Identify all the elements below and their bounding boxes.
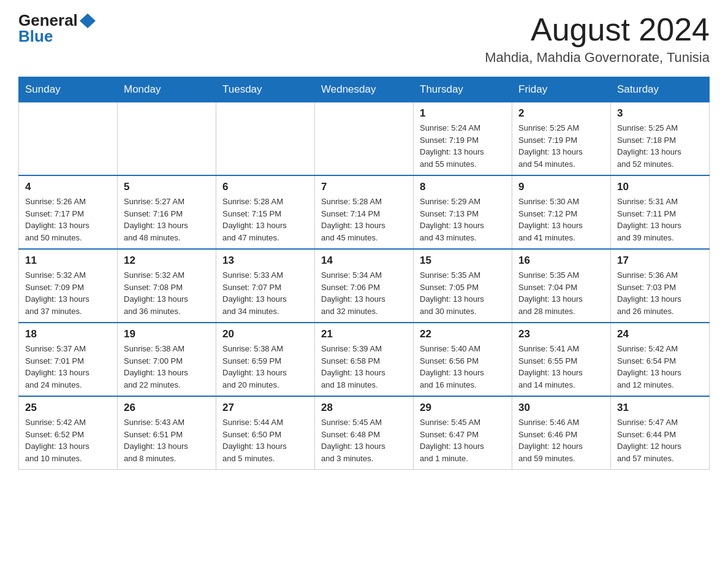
calendar-cell bbox=[19, 102, 118, 176]
day-number: 5 bbox=[124, 181, 210, 193]
day-info: Sunrise: 5:28 AMSunset: 7:15 PMDaylight:… bbox=[222, 196, 308, 243]
calendar-cell: 25Sunrise: 5:42 AMSunset: 6:52 PMDayligh… bbox=[19, 396, 118, 470]
day-info: Sunrise: 5:47 AMSunset: 6:44 PMDaylight:… bbox=[617, 416, 703, 464]
calendar-cell: 11Sunrise: 5:32 AMSunset: 7:09 PMDayligh… bbox=[19, 249, 118, 323]
day-info: Sunrise: 5:34 AMSunset: 7:06 PMDaylight:… bbox=[321, 269, 407, 317]
day-info: Sunrise: 5:25 AMSunset: 7:19 PMDaylight:… bbox=[518, 122, 604, 170]
day-info: Sunrise: 5:32 AMSunset: 7:09 PMDaylight:… bbox=[25, 269, 111, 317]
calendar-cell: 16Sunrise: 5:35 AMSunset: 7:04 PMDayligh… bbox=[512, 249, 611, 323]
location-title: Mahdia, Mahdia Governorate, Tunisia bbox=[485, 50, 710, 66]
day-info: Sunrise: 5:41 AMSunset: 6:55 PMDaylight:… bbox=[518, 343, 604, 391]
day-header-sunday: Sunday bbox=[19, 77, 118, 102]
day-number: 25 bbox=[25, 402, 111, 414]
logo-blue-text: Blue bbox=[18, 27, 53, 45]
day-number: 6 bbox=[222, 181, 308, 193]
day-header-friday: Friday bbox=[512, 77, 611, 102]
day-header-thursday: Thursday bbox=[414, 77, 512, 102]
calendar-cell: 19Sunrise: 5:38 AMSunset: 7:00 PMDayligh… bbox=[118, 323, 216, 396]
day-number: 2 bbox=[518, 107, 604, 120]
day-number: 8 bbox=[420, 181, 506, 193]
calendar-cell: 10Sunrise: 5:31 AMSunset: 7:11 PMDayligh… bbox=[611, 175, 710, 249]
calendar-header-row: SundayMondayTuesdayWednesdayThursdayFrid… bbox=[19, 77, 710, 102]
day-info: Sunrise: 5:45 AMSunset: 6:47 PMDaylight:… bbox=[420, 416, 506, 464]
day-info: Sunrise: 5:26 AMSunset: 7:17 PMDaylight:… bbox=[25, 196, 111, 243]
day-number: 4 bbox=[25, 181, 111, 193]
calendar-cell: 22Sunrise: 5:40 AMSunset: 6:56 PMDayligh… bbox=[414, 323, 512, 396]
day-info: Sunrise: 5:38 AMSunset: 6:59 PMDaylight:… bbox=[222, 343, 308, 391]
calendar-cell: 30Sunrise: 5:46 AMSunset: 6:46 PMDayligh… bbox=[512, 396, 611, 470]
day-info: Sunrise: 5:32 AMSunset: 7:08 PMDaylight:… bbox=[124, 269, 210, 317]
calendar-cell: 26Sunrise: 5:43 AMSunset: 6:51 PMDayligh… bbox=[118, 396, 216, 470]
calendar-cell: 12Sunrise: 5:32 AMSunset: 7:08 PMDayligh… bbox=[118, 249, 216, 323]
day-number: 7 bbox=[321, 181, 407, 193]
calendar-cell: 4Sunrise: 5:26 AMSunset: 7:17 PMDaylight… bbox=[19, 175, 118, 249]
day-info: Sunrise: 5:44 AMSunset: 6:50 PMDaylight:… bbox=[222, 416, 308, 464]
calendar-cell: 27Sunrise: 5:44 AMSunset: 6:50 PMDayligh… bbox=[216, 396, 315, 470]
day-info: Sunrise: 5:35 AMSunset: 7:05 PMDaylight:… bbox=[420, 269, 506, 317]
day-info: Sunrise: 5:27 AMSunset: 7:16 PMDaylight:… bbox=[124, 196, 210, 243]
day-number: 17 bbox=[617, 255, 703, 267]
day-info: Sunrise: 5:37 AMSunset: 7:01 PMDaylight:… bbox=[25, 343, 111, 391]
day-number: 3 bbox=[617, 107, 703, 120]
calendar-cell: 23Sunrise: 5:41 AMSunset: 6:55 PMDayligh… bbox=[512, 323, 611, 396]
day-info: Sunrise: 5:42 AMSunset: 6:52 PMDaylight:… bbox=[25, 416, 111, 464]
day-number: 9 bbox=[518, 181, 604, 193]
day-info: Sunrise: 5:45 AMSunset: 6:48 PMDaylight:… bbox=[321, 416, 407, 464]
week-row-5: 25Sunrise: 5:42 AMSunset: 6:52 PMDayligh… bbox=[19, 396, 710, 470]
day-info: Sunrise: 5:25 AMSunset: 7:18 PMDaylight:… bbox=[617, 122, 703, 170]
day-number: 28 bbox=[321, 402, 407, 414]
day-info: Sunrise: 5:28 AMSunset: 7:14 PMDaylight:… bbox=[321, 196, 407, 243]
day-number: 23 bbox=[518, 328, 604, 340]
calendar-cell: 1Sunrise: 5:24 AMSunset: 7:19 PMDaylight… bbox=[414, 102, 512, 176]
day-info: Sunrise: 5:39 AMSunset: 6:58 PMDaylight:… bbox=[321, 343, 407, 391]
calendar-cell: 15Sunrise: 5:35 AMSunset: 7:05 PMDayligh… bbox=[414, 249, 512, 323]
calendar-cell: 3Sunrise: 5:25 AMSunset: 7:18 PMDaylight… bbox=[611, 102, 710, 176]
day-number: 14 bbox=[321, 255, 407, 267]
day-number: 13 bbox=[222, 255, 308, 267]
day-number: 15 bbox=[420, 255, 506, 267]
day-info: Sunrise: 5:36 AMSunset: 7:03 PMDaylight:… bbox=[617, 269, 703, 317]
calendar-cell: 20Sunrise: 5:38 AMSunset: 6:59 PMDayligh… bbox=[216, 323, 315, 396]
day-number: 20 bbox=[222, 328, 308, 340]
day-number: 10 bbox=[617, 181, 703, 193]
calendar-cell: 29Sunrise: 5:45 AMSunset: 6:47 PMDayligh… bbox=[414, 396, 512, 470]
calendar-cell: 14Sunrise: 5:34 AMSunset: 7:06 PMDayligh… bbox=[315, 249, 414, 323]
calendar-cell: 24Sunrise: 5:42 AMSunset: 6:54 PMDayligh… bbox=[611, 323, 710, 396]
day-header-monday: Monday bbox=[118, 77, 216, 102]
logo-general-text: General bbox=[18, 12, 78, 28]
calendar-cell: 5Sunrise: 5:27 AMSunset: 7:16 PMDaylight… bbox=[118, 175, 216, 249]
day-number: 11 bbox=[25, 255, 111, 267]
day-info: Sunrise: 5:43 AMSunset: 6:51 PMDaylight:… bbox=[124, 416, 210, 464]
calendar-cell bbox=[216, 102, 315, 176]
calendar-cell: 2Sunrise: 5:25 AMSunset: 7:19 PMDaylight… bbox=[512, 102, 611, 176]
logo: General Blue bbox=[18, 12, 96, 44]
day-number: 19 bbox=[124, 328, 210, 340]
day-number: 26 bbox=[124, 402, 210, 414]
calendar-cell: 17Sunrise: 5:36 AMSunset: 7:03 PMDayligh… bbox=[611, 249, 710, 323]
calendar-cell: 7Sunrise: 5:28 AMSunset: 7:14 PMDaylight… bbox=[315, 175, 414, 249]
title-area: August 2024 Mahdia, Mahdia Governorate, … bbox=[485, 12, 710, 66]
day-number: 22 bbox=[420, 328, 506, 340]
day-header-saturday: Saturday bbox=[611, 77, 710, 102]
week-row-1: 1Sunrise: 5:24 AMSunset: 7:19 PMDaylight… bbox=[19, 102, 710, 176]
week-row-3: 11Sunrise: 5:32 AMSunset: 7:09 PMDayligh… bbox=[19, 249, 710, 323]
calendar-cell: 18Sunrise: 5:37 AMSunset: 7:01 PMDayligh… bbox=[19, 323, 118, 396]
day-header-wednesday: Wednesday bbox=[315, 77, 414, 102]
calendar-cell: 21Sunrise: 5:39 AMSunset: 6:58 PMDayligh… bbox=[315, 323, 414, 396]
day-header-tuesday: Tuesday bbox=[216, 77, 315, 102]
day-info: Sunrise: 5:40 AMSunset: 6:56 PMDaylight:… bbox=[420, 343, 506, 391]
day-number: 16 bbox=[518, 255, 604, 267]
day-info: Sunrise: 5:29 AMSunset: 7:13 PMDaylight:… bbox=[420, 196, 506, 243]
calendar-cell: 31Sunrise: 5:47 AMSunset: 6:44 PMDayligh… bbox=[611, 396, 710, 470]
day-info: Sunrise: 5:30 AMSunset: 7:12 PMDaylight:… bbox=[518, 196, 604, 243]
day-info: Sunrise: 5:46 AMSunset: 6:46 PMDaylight:… bbox=[518, 416, 604, 464]
calendar-cell bbox=[315, 102, 414, 176]
day-info: Sunrise: 5:35 AMSunset: 7:04 PMDaylight:… bbox=[518, 269, 604, 317]
calendar-cell bbox=[118, 102, 216, 176]
day-number: 18 bbox=[25, 328, 111, 340]
day-number: 21 bbox=[321, 328, 407, 340]
day-info: Sunrise: 5:38 AMSunset: 7:00 PMDaylight:… bbox=[124, 343, 210, 391]
page-header: General Blue August 2024 Mahdia, Mahdia … bbox=[18, 12, 710, 66]
month-title: August 2024 bbox=[485, 12, 710, 47]
day-number: 31 bbox=[617, 402, 703, 414]
